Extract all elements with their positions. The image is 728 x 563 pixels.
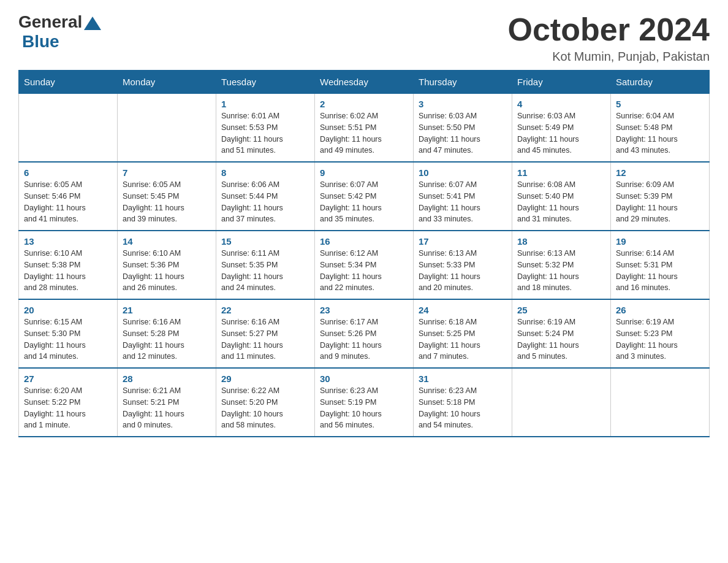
- calendar-cell: 14Sunrise: 6:10 AM Sunset: 5:36 PM Dayli…: [118, 231, 216, 299]
- calendar-cell: 6Sunrise: 6:05 AM Sunset: 5:46 PM Daylig…: [19, 162, 118, 231]
- day-number: 3: [419, 99, 507, 109]
- day-number: 4: [517, 99, 605, 109]
- day-number: 27: [24, 373, 112, 384]
- calendar-week-3: 13Sunrise: 6:10 AM Sunset: 5:38 PM Dayli…: [19, 231, 710, 299]
- calendar-cell: 11Sunrise: 6:08 AM Sunset: 5:40 PM Dayli…: [512, 162, 611, 231]
- day-number: 9: [320, 167, 408, 178]
- calendar-week-2: 6Sunrise: 6:05 AM Sunset: 5:46 PM Daylig…: [19, 162, 710, 231]
- day-info: Sunrise: 6:16 AM Sunset: 5:27 PM Dayligh…: [221, 316, 309, 362]
- day-number: 12: [616, 167, 704, 178]
- calendar-header: SundayMondayTuesdayWednesdayThursdayFrid…: [19, 71, 710, 94]
- logo-full: General: [18, 12, 101, 32]
- day-info: Sunrise: 6:05 AM Sunset: 5:46 PM Dayligh…: [24, 179, 112, 225]
- weekday-header-monday: Monday: [118, 71, 216, 94]
- day-number: 11: [517, 167, 605, 178]
- calendar-week-1: 1Sunrise: 6:01 AM Sunset: 5:53 PM Daylig…: [19, 94, 710, 163]
- day-info: Sunrise: 6:03 AM Sunset: 5:50 PM Dayligh…: [419, 110, 507, 156]
- day-number: 16: [320, 236, 408, 247]
- calendar-cell: 7Sunrise: 6:05 AM Sunset: 5:45 PM Daylig…: [118, 162, 216, 231]
- day-info: Sunrise: 6:20 AM Sunset: 5:22 PM Dayligh…: [24, 385, 112, 431]
- day-number: 14: [123, 236, 211, 247]
- day-number: 8: [221, 167, 309, 178]
- weekday-header-thursday: Thursday: [414, 71, 512, 94]
- calendar-cell: 13Sunrise: 6:10 AM Sunset: 5:38 PM Dayli…: [19, 231, 118, 299]
- day-info: Sunrise: 6:04 AM Sunset: 5:48 PM Dayligh…: [616, 110, 704, 156]
- day-number: 29: [221, 373, 309, 384]
- day-number: 23: [320, 305, 408, 315]
- logo: General Blue: [18, 12, 101, 52]
- day-number: 30: [320, 373, 408, 384]
- calendar-cell: 31Sunrise: 6:23 AM Sunset: 5:18 PM Dayli…: [414, 368, 512, 437]
- day-number: 10: [419, 167, 507, 178]
- calendar-cell: 20Sunrise: 6:15 AM Sunset: 5:30 PM Dayli…: [19, 299, 118, 368]
- day-info: Sunrise: 6:23 AM Sunset: 5:19 PM Dayligh…: [320, 385, 408, 431]
- calendar-cell: 25Sunrise: 6:19 AM Sunset: 5:24 PM Dayli…: [512, 299, 611, 368]
- day-info: Sunrise: 6:19 AM Sunset: 5:24 PM Dayligh…: [517, 316, 605, 362]
- calendar-cell: 28Sunrise: 6:21 AM Sunset: 5:21 PM Dayli…: [118, 368, 216, 437]
- day-number: 28: [123, 373, 211, 384]
- calendar-cell: [19, 94, 118, 163]
- day-number: 26: [616, 305, 704, 315]
- calendar-cell: 1Sunrise: 6:01 AM Sunset: 5:53 PM Daylig…: [216, 94, 315, 163]
- day-info: Sunrise: 6:10 AM Sunset: 5:36 PM Dayligh…: [123, 248, 211, 294]
- logo-general-text: General: [18, 12, 82, 32]
- day-number: 18: [517, 236, 605, 247]
- day-number: 25: [517, 305, 605, 315]
- day-info: Sunrise: 6:19 AM Sunset: 5:23 PM Dayligh…: [616, 316, 704, 362]
- logo-triangle-icon: [84, 17, 101, 30]
- calendar-cell: 16Sunrise: 6:12 AM Sunset: 5:34 PM Dayli…: [315, 231, 414, 299]
- calendar-week-5: 27Sunrise: 6:20 AM Sunset: 5:22 PM Dayli…: [19, 368, 710, 437]
- day-info: Sunrise: 6:07 AM Sunset: 5:42 PM Dayligh…: [320, 179, 408, 225]
- day-number: 2: [320, 99, 408, 109]
- calendar-cell: 22Sunrise: 6:16 AM Sunset: 5:27 PM Dayli…: [216, 299, 315, 368]
- day-info: Sunrise: 6:02 AM Sunset: 5:51 PM Dayligh…: [320, 110, 408, 156]
- day-info: Sunrise: 6:03 AM Sunset: 5:49 PM Dayligh…: [517, 110, 605, 156]
- calendar-cell: 27Sunrise: 6:20 AM Sunset: 5:22 PM Dayli…: [19, 368, 118, 437]
- day-number: 5: [616, 99, 704, 109]
- weekday-header-sunday: Sunday: [19, 71, 118, 94]
- calendar-cell: 21Sunrise: 6:16 AM Sunset: 5:28 PM Dayli…: [118, 299, 216, 368]
- day-number: 6: [24, 167, 112, 178]
- day-number: 15: [221, 236, 309, 247]
- calendar-cell: 29Sunrise: 6:22 AM Sunset: 5:20 PM Dayli…: [216, 368, 315, 437]
- day-info: Sunrise: 6:11 AM Sunset: 5:35 PM Dayligh…: [221, 248, 309, 294]
- weekday-header-tuesday: Tuesday: [216, 71, 315, 94]
- day-number: 20: [24, 305, 112, 315]
- day-info: Sunrise: 6:21 AM Sunset: 5:21 PM Dayligh…: [123, 385, 211, 431]
- day-info: Sunrise: 6:08 AM Sunset: 5:40 PM Dayligh…: [517, 179, 605, 225]
- day-info: Sunrise: 6:22 AM Sunset: 5:20 PM Dayligh…: [221, 385, 309, 431]
- calendar-cell: 12Sunrise: 6:09 AM Sunset: 5:39 PM Dayli…: [611, 162, 710, 231]
- logo-blue-text: Blue: [22, 32, 59, 52]
- day-info: Sunrise: 6:23 AM Sunset: 5:18 PM Dayligh…: [419, 385, 507, 431]
- day-info: Sunrise: 6:14 AM Sunset: 5:31 PM Dayligh…: [616, 248, 704, 294]
- day-info: Sunrise: 6:05 AM Sunset: 5:45 PM Dayligh…: [123, 179, 211, 225]
- calendar-cell: 2Sunrise: 6:02 AM Sunset: 5:51 PM Daylig…: [315, 94, 414, 163]
- month-title: October 2024: [508, 12, 710, 47]
- day-info: Sunrise: 6:17 AM Sunset: 5:26 PM Dayligh…: [320, 316, 408, 362]
- calendar-cell: 18Sunrise: 6:13 AM Sunset: 5:32 PM Dayli…: [512, 231, 611, 299]
- day-info: Sunrise: 6:06 AM Sunset: 5:44 PM Dayligh…: [221, 179, 309, 225]
- day-number: 22: [221, 305, 309, 315]
- day-number: 31: [419, 373, 507, 384]
- weekday-header-row: SundayMondayTuesdayWednesdayThursdayFrid…: [19, 71, 710, 94]
- calendar-cell: 23Sunrise: 6:17 AM Sunset: 5:26 PM Dayli…: [315, 299, 414, 368]
- day-info: Sunrise: 6:16 AM Sunset: 5:28 PM Dayligh…: [123, 316, 211, 362]
- weekday-header-saturday: Saturday: [611, 71, 710, 94]
- calendar-cell: 19Sunrise: 6:14 AM Sunset: 5:31 PM Dayli…: [611, 231, 710, 299]
- day-number: 17: [419, 236, 507, 247]
- day-info: Sunrise: 6:01 AM Sunset: 5:53 PM Dayligh…: [221, 110, 309, 156]
- day-number: 13: [24, 236, 112, 247]
- calendar-cell: 10Sunrise: 6:07 AM Sunset: 5:41 PM Dayli…: [414, 162, 512, 231]
- day-info: Sunrise: 6:13 AM Sunset: 5:33 PM Dayligh…: [419, 248, 507, 294]
- calendar-cell: [512, 368, 611, 437]
- weekday-header-friday: Friday: [512, 71, 611, 94]
- calendar-week-4: 20Sunrise: 6:15 AM Sunset: 5:30 PM Dayli…: [19, 299, 710, 368]
- day-number: 7: [123, 167, 211, 178]
- calendar-cell: 30Sunrise: 6:23 AM Sunset: 5:19 PM Dayli…: [315, 368, 414, 437]
- title-section: October 2024 Kot Mumin, Punjab, Pakistan: [508, 12, 710, 64]
- calendar-cell: 24Sunrise: 6:18 AM Sunset: 5:25 PM Dayli…: [414, 299, 512, 368]
- calendar-cell: 17Sunrise: 6:13 AM Sunset: 5:33 PM Dayli…: [414, 231, 512, 299]
- calendar-cell: 9Sunrise: 6:07 AM Sunset: 5:42 PM Daylig…: [315, 162, 414, 231]
- calendar-cell: 15Sunrise: 6:11 AM Sunset: 5:35 PM Dayli…: [216, 231, 315, 299]
- calendar-table: SundayMondayTuesdayWednesdayThursdayFrid…: [18, 70, 710, 437]
